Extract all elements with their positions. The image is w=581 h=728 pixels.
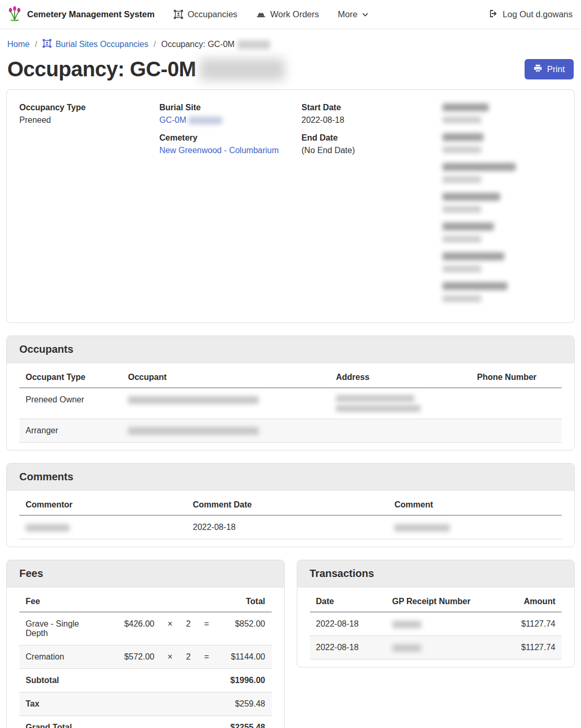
details-col-1: Occupancy Type Preneed [19, 101, 159, 312]
page-title-text: Occupancy: GC-0M [7, 57, 196, 81]
comments-header: Comments [7, 464, 574, 491]
cemetery-link[interactable]: New Greenwood - Columbarium [159, 146, 279, 155]
fee-qty-cell: 2 [180, 645, 197, 669]
app-brand[interactable]: Cemetery Management System [7, 5, 155, 24]
redacted-label [443, 133, 483, 141]
bottom-row: Fees Fee Total Grave - Single Depth [6, 560, 575, 728]
transaction-date-cell: 2022-08-18 [310, 612, 386, 636]
column-header: Date [310, 591, 386, 612]
breadcrumb-separator: / [154, 40, 156, 49]
logout-label: Log Out d.gowans [503, 9, 573, 19]
field-burial-site: Burial Site GC-0M [159, 101, 301, 126]
breadcrumb-home-link[interactable]: Home [7, 40, 30, 49]
fee-price-cell: $426.00 [109, 612, 161, 645]
occupant-address-cell [330, 388, 471, 419]
occupant-type-cell: Preneed Owner [19, 388, 122, 419]
comments-body: Commentor Comment Date Comment 2022-08-1… [7, 491, 574, 547]
plot-person-icon [173, 9, 183, 19]
breadcrumb-occupancies-label: Burial Sites Occupancies [55, 40, 148, 49]
fee-total-cell: $1144.00 [216, 645, 272, 669]
grand-total-value: $2255.48 [216, 716, 272, 728]
tax-row: Tax $259.48 [19, 692, 272, 716]
occupant-name-cell [122, 388, 330, 419]
table-row: 2022-08-18 $1127.74 [310, 636, 562, 660]
occupant-address-cell [330, 419, 471, 443]
details-col-3: Start Date 2022-08-18 End Date (No End D… [301, 101, 443, 312]
breadcrumb-occupancies-link[interactable]: Burial Sites Occupancies [42, 39, 148, 50]
redacted-text [238, 40, 270, 49]
printer-icon [533, 64, 542, 75]
occupancy-details-grid: Occupancy Type Preneed Burial Site GC-0M… [7, 90, 574, 322]
transaction-receipt-cell [386, 636, 499, 660]
grand-total-row: Grand Total $2255.48 [19, 716, 272, 728]
field-end-date: End Date (No End Date) [301, 132, 443, 157]
column-header-spacer [109, 591, 216, 612]
hardhat-icon [256, 9, 266, 19]
redacted-field [443, 223, 562, 242]
occupants-card: Occupants Occupant Type Occupant Address… [6, 336, 575, 450]
fees-table: Fee Total Grave - Single Depth $426.00 ×… [19, 591, 272, 728]
column-header: Occupant [122, 366, 330, 388]
redacted-field [443, 103, 562, 123]
field-label: Start Date [301, 101, 443, 114]
field-occupancy-type: Occupancy Type Preneed [19, 101, 159, 126]
redacted-label [443, 282, 507, 290]
column-header: Amount [499, 591, 562, 612]
fees-body: Fee Total Grave - Single Depth $426.00 ×… [7, 587, 284, 728]
occupant-phone-cell [471, 419, 562, 443]
logout-button[interactable]: Log Out d.gowans [489, 9, 573, 20]
redacted-label [443, 223, 494, 230]
breadcrumb-separator: / [35, 40, 37, 49]
field-cemetery: Cemetery New Greenwood - Columbarium [159, 132, 301, 157]
tax-value: $259.48 [216, 692, 272, 716]
column-header: Phone Number [471, 366, 562, 388]
print-button[interactable]: Print [525, 59, 574, 79]
redacted-field [443, 133, 562, 153]
fee-times-cell: × [161, 612, 180, 645]
subtotal-label: Subtotal [19, 669, 109, 692]
page-header: Occupancy: GC-0M Print [0, 50, 581, 81]
burial-site-link[interactable]: GC-0M [159, 115, 187, 124]
nav-item-label: Work Orders [270, 9, 319, 19]
column-header: Fee [19, 591, 109, 612]
redacted-field [443, 252, 562, 272]
field-start-date: Start Date 2022-08-18 [301, 101, 443, 126]
redacted-label [443, 193, 500, 201]
table-row: Cremation $572.00 × 2 = $1144.00 [19, 645, 272, 669]
redacted-value [443, 236, 481, 242]
logout-icon [489, 9, 498, 20]
column-header: GP Receipt Number [386, 591, 499, 612]
redacted-field [443, 163, 562, 183]
table-row: Preneed Owner [19, 388, 562, 419]
redacted-field [443, 282, 562, 302]
grand-total-label: Grand Total [19, 716, 109, 728]
occupants-body: Occupant Type Occupant Address Phone Num… [7, 363, 574, 450]
fees-card: Fees Fee Total Grave - Single Depth [6, 560, 285, 728]
field-label: Occupancy Type [19, 101, 159, 114]
transaction-amount-cell: $1127.74 [499, 612, 562, 636]
fee-name-cell: Cremation [19, 645, 109, 669]
fee-times-cell: × [161, 645, 180, 669]
breadcrumb: Home / Burial Sites Occupancies / Occupa… [0, 29, 581, 50]
redacted-value [443, 117, 481, 123]
fees-header: Fees [7, 560, 284, 587]
comments-card: Comments Commentor Comment Date Comment … [6, 463, 575, 547]
transactions-card: Transactions Date GP Receipt Number Amou… [297, 560, 575, 667]
page-title: Occupancy: GC-0M [7, 57, 285, 81]
occupants-header: Occupants [7, 336, 574, 363]
details-col-2: Burial Site GC-0M Cemetery New Greenwood… [159, 101, 301, 312]
table-row: 2022-08-18 $1127.74 [310, 612, 562, 636]
transactions-table: Date GP Receipt Number Amount 2022-08-18… [310, 591, 562, 660]
fee-price-cell: $572.00 [109, 645, 161, 669]
nav-item-occupancies[interactable]: Occupancies [173, 9, 237, 19]
nav-item-more[interactable]: More [338, 9, 369, 19]
tulips-logo-icon [7, 5, 22, 24]
commentor-cell [19, 515, 187, 539]
occupant-type-cell: Arranger [19, 419, 122, 443]
comment-cell [388, 515, 562, 539]
occupant-name-cell [122, 419, 330, 443]
transaction-date-cell: 2022-08-18 [310, 636, 386, 660]
nav-item-work-orders[interactable]: Work Orders [256, 9, 319, 19]
field-value: 2022-08-18 [301, 114, 443, 126]
occupant-phone-cell [471, 388, 562, 419]
